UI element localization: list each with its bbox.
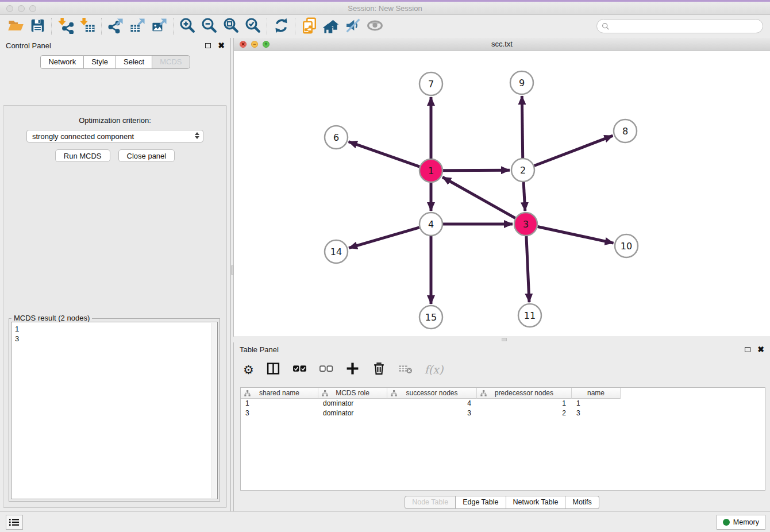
- toggle-columns-button[interactable]: [266, 361, 280, 378]
- table-row[interactable]: 3dominator323: [241, 408, 765, 418]
- graph-node-1[interactable]: 1: [419, 159, 442, 182]
- clone-network-button[interactable]: [298, 17, 320, 36]
- memory-button[interactable]: Memory: [717, 515, 765, 530]
- cell-name[interactable]: 3: [572, 408, 621, 418]
- network-window-title: scc.txt: [491, 40, 513, 48]
- tab-node-table[interactable]: Node Table: [405, 496, 456, 509]
- zoom-out-button[interactable]: [198, 17, 220, 36]
- mcds-result-area[interactable]: 13: [11, 322, 218, 499]
- cell-shared-name[interactable]: 1: [241, 399, 318, 408]
- svg-text:1: 1: [428, 165, 434, 176]
- edge-2-3[interactable]: [523, 182, 525, 211]
- result-node-id: 3: [15, 334, 214, 344]
- search-input[interactable]: [613, 22, 758, 30]
- graph-node-11[interactable]: 11: [518, 304, 541, 327]
- network-window-titlebar[interactable]: ✕ − + scc.txt: [234, 38, 770, 51]
- edge-3-10[interactable]: [538, 226, 614, 243]
- settings-gear-button[interactable]: ⚙: [243, 361, 254, 378]
- cell-successor-nodes[interactable]: 4: [387, 399, 477, 408]
- export-network-button[interactable]: [105, 17, 126, 36]
- tab-mcds[interactable]: MCDS: [152, 55, 190, 69]
- run-mcds-button[interactable]: Run MCDS: [55, 149, 110, 162]
- horizontal-splitter[interactable]: [233, 337, 770, 342]
- show-all-columns-button[interactable]: [292, 361, 307, 378]
- column-header-shared-name[interactable]: shared name: [241, 388, 318, 399]
- tab-motifs[interactable]: Motifs: [565, 496, 599, 509]
- cell-predecessor-nodes[interactable]: 1: [477, 399, 572, 408]
- hide-all-columns-button[interactable]: [319, 361, 333, 378]
- edge-3-11[interactable]: [526, 236, 529, 302]
- network-canvas[interactable]: 7968124314101511: [234, 51, 770, 336]
- add-column-button[interactable]: [345, 361, 360, 378]
- edge-2-8[interactable]: [534, 136, 613, 165]
- application-window: Session: New Session Control Panel ✖ Net…: [0, 0, 770, 532]
- cell-successor-nodes[interactable]: 3: [387, 408, 477, 418]
- zoom-fit-button[interactable]: [220, 17, 242, 36]
- minimize-network-button[interactable]: −: [251, 41, 258, 48]
- cell-name[interactable]: 1: [572, 399, 621, 408]
- horizontal-splitter-grip[interactable]: [502, 338, 507, 341]
- open-file-button[interactable]: [5, 17, 26, 36]
- graph-node-4[interactable]: 4: [419, 213, 442, 236]
- search-box[interactable]: [596, 19, 763, 33]
- svg-text:2: 2: [520, 165, 526, 176]
- tab-select[interactable]: Select: [116, 55, 152, 69]
- tab-edge-table[interactable]: Edge Table: [456, 496, 506, 509]
- zoom-window-button[interactable]: [29, 5, 36, 12]
- edge-3-1[interactable]: [442, 177, 515, 218]
- cell-MCDS-role[interactable]: dominator: [318, 408, 387, 418]
- close-window-button[interactable]: [6, 5, 13, 12]
- graph-node-9[interactable]: 9: [510, 71, 533, 94]
- graph-node-3[interactable]: 3: [514, 213, 537, 236]
- svg-text:4: 4: [428, 219, 434, 230]
- graph-node-7[interactable]: 7: [419, 72, 442, 95]
- graph-node-2[interactable]: 2: [511, 159, 534, 182]
- cell-shared-name[interactable]: 3: [241, 408, 318, 418]
- home-button[interactable]: [320, 17, 342, 36]
- node-table: shared nameMCDS rolesuccessor nodesprede…: [240, 387, 765, 491]
- graph-node-6[interactable]: 6: [325, 126, 348, 149]
- graph-node-8[interactable]: 8: [614, 119, 637, 142]
- export-image-button[interactable]: [148, 17, 170, 36]
- edge-1-6[interactable]: [349, 142, 419, 167]
- float-panel-icon[interactable]: [205, 43, 211, 48]
- tab-network[interactable]: Network: [40, 55, 84, 69]
- column-header-name[interactable]: name: [572, 388, 621, 399]
- cell-MCDS-role[interactable]: dominator: [318, 399, 387, 408]
- graph-node-10[interactable]: 10: [615, 234, 638, 257]
- task-history-button[interactable]: [6, 515, 23, 530]
- float-table-panel-icon[interactable]: [745, 347, 750, 352]
- announcements-button[interactable]: [342, 17, 364, 36]
- minimize-window-button[interactable]: [18, 5, 25, 12]
- graph-node-15[interactable]: 15: [419, 306, 442, 329]
- sort-hierarchy-icon: [244, 390, 251, 396]
- svg-text:10: 10: [621, 241, 632, 252]
- column-header-successor-nodes[interactable]: successor nodes: [387, 388, 477, 399]
- save-session-button[interactable]: [26, 17, 48, 36]
- close-panel-button[interactable]: Close panel: [118, 149, 175, 162]
- tab-network-table[interactable]: Network Table: [506, 496, 566, 509]
- edge-4-14[interactable]: [349, 228, 419, 248]
- edge-1-2[interactable]: [443, 170, 510, 171]
- delete-column-button[interactable]: [372, 361, 386, 378]
- column-header-predecessor-nodes[interactable]: predecessor nodes: [477, 388, 572, 399]
- result-scrollbar[interactable]: [211, 323, 217, 498]
- close-table-panel-icon[interactable]: ✖: [757, 345, 764, 353]
- graph-node-14[interactable]: 14: [325, 240, 348, 263]
- edge-2-9[interactable]: [522, 96, 522, 158]
- criterion-select[interactable]: strongly connected component: [26, 130, 203, 142]
- close-network-button[interactable]: ✕: [240, 41, 247, 48]
- table-row[interactable]: 1dominator411: [241, 399, 765, 408]
- export-table-button[interactable]: [126, 17, 148, 36]
- import-network-icon: [57, 17, 74, 36]
- import-network-button[interactable]: [55, 17, 76, 36]
- close-panel-icon[interactable]: ✖: [218, 41, 225, 49]
- tab-style[interactable]: Style: [84, 55, 116, 69]
- maximize-network-button[interactable]: +: [263, 41, 270, 48]
- zoom-in-button[interactable]: [176, 17, 198, 36]
- import-table-button[interactable]: [76, 17, 98, 36]
- column-header-MCDS-role[interactable]: MCDS role: [318, 388, 387, 399]
- refresh-button[interactable]: [270, 17, 292, 36]
- zoom-selected-button[interactable]: [242, 17, 264, 36]
- cell-predecessor-nodes[interactable]: 2: [477, 408, 572, 418]
